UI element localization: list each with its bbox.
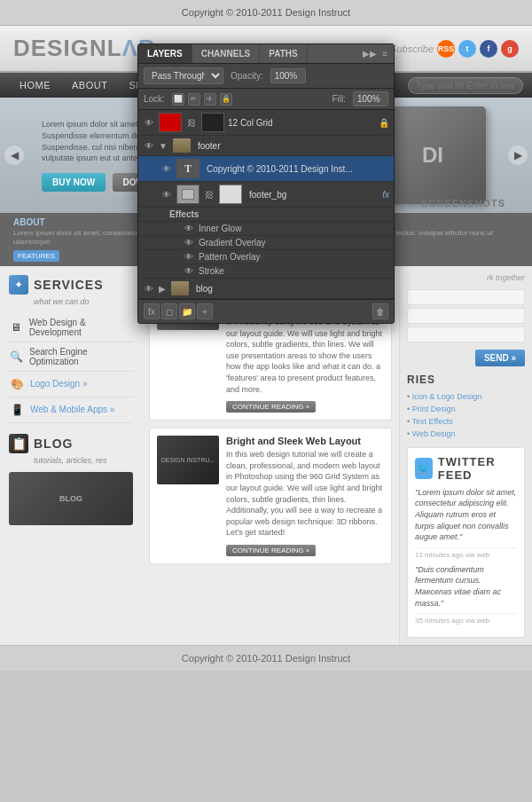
- lock-position-btn[interactable]: ✏: [188, 93, 200, 106]
- layer-footer-folder[interactable]: 👁 ▼ footer: [138, 136, 394, 156]
- panel-options-icon[interactable]: ≡: [380, 47, 389, 60]
- nav-home[interactable]: HOME: [9, 73, 61, 98]
- tab-channels[interactable]: CHANNELS: [192, 44, 261, 63]
- layer-eye-12col[interactable]: 👁: [143, 118, 155, 128]
- delete-layer-btn[interactable]: 🗑: [372, 303, 388, 319]
- hero-next-btn[interactable]: ▶: [508, 145, 528, 165]
- layer-name-blog: blog: [196, 284, 389, 294]
- search-input[interactable]: [408, 77, 523, 94]
- effect-eye-inner-glow[interactable]: 👁: [183, 224, 195, 233]
- services-subtitle: what we can do: [9, 297, 133, 306]
- layer-name-12col: 12 Col Grid: [228, 118, 372, 128]
- layer-12-col-grid[interactable]: 👁 ⛓ 12 Col Grid 🔒: [138, 110, 394, 136]
- effect-name-gradient: Gradient Overlay: [199, 238, 266, 248]
- blog-body-2: Bright and Sleek Web Layout In this web …: [226, 436, 384, 556]
- contact-input-3[interactable]: [407, 326, 525, 342]
- hero-prev-btn[interactable]: ◀: [4, 145, 24, 165]
- lock-move-btn[interactable]: ✛: [204, 93, 216, 106]
- lock-all-btn[interactable]: 🔒: [220, 93, 232, 106]
- facebook-icon[interactable]: f: [480, 40, 497, 58]
- buy-now-btn[interactable]: BUY NOW: [42, 173, 106, 192]
- twitter-bird-icon: 🐦: [415, 458, 433, 479]
- mobile-apps-link[interactable]: Web & Mobile Apps »: [30, 405, 114, 414]
- layer-eye-blog[interactable]: 👁: [143, 284, 155, 294]
- twitter-social-icon[interactable]: t: [458, 40, 476, 58]
- tab-paths[interactable]: PATHS: [260, 44, 307, 63]
- right-panel: rk together SEND » RIES Icon & Logo Desi…: [399, 266, 532, 645]
- layer-mask-12col: [201, 113, 224, 132]
- rss-icon[interactable]: RSS: [437, 40, 455, 58]
- cat-icon-logo: Icon & Logo Design: [407, 390, 525, 403]
- work-together-text: rk together: [407, 273, 525, 282]
- fill-label: Fill:: [332, 94, 346, 104]
- effect-name-pattern: Pattern Overlay: [199, 252, 260, 262]
- tab-layers[interactable]: LAYERS: [138, 44, 192, 63]
- hero-device-image: DI: [379, 106, 486, 204]
- logo-design-link[interactable]: Logo Design »: [30, 379, 88, 389]
- screenshots-label: SCREENSHOTS: [421, 198, 505, 208]
- services-icon: ✦: [9, 275, 28, 295]
- lock-pixels-btn[interactable]: ⬜: [172, 93, 184, 106]
- service-item-mobile: 📱 Web & Mobile Apps »: [9, 397, 133, 423]
- blog-section-left: 📋 BLOG tutorials, articles, res BLOG: [9, 434, 133, 525]
- add-style-btn[interactable]: fx: [144, 303, 160, 319]
- gplus-icon[interactable]: g: [501, 40, 519, 58]
- layer-footer-bg[interactable]: 👁 ⛓ footer_bg fx: [138, 182, 394, 208]
- fill-input[interactable]: [353, 91, 388, 106]
- tweet-2-time: 35 minutes ago via web: [415, 617, 517, 625]
- top-copyright-bar: Copyright © 2010-2011 Design Instruct: [0, 0, 532, 26]
- effect-name-stroke: Stroke: [199, 266, 224, 276]
- layer-eye-footer[interactable]: 👁: [143, 141, 155, 151]
- new-layer-btn[interactable]: +: [197, 303, 213, 319]
- effect-eye-stroke[interactable]: 👁: [183, 266, 195, 276]
- lock-icons: ⬜ ✏ ✛ 🔒: [172, 93, 232, 106]
- layer-lock-icon-12col: 🔒: [379, 118, 389, 128]
- layer-folder-icon-footer: [173, 138, 191, 153]
- logo-icon: 🎨: [9, 376, 25, 392]
- tweet-1: "Lorem ipsum dolor sit amet, consectetur…: [415, 487, 517, 548]
- layer-controls-row: Pass Through Normal Multiply Screen Opac…: [138, 64, 394, 89]
- layer-eye-copyright[interactable]: 👁: [160, 164, 173, 174]
- add-mask-btn[interactable]: ◻: [161, 303, 177, 319]
- read-more-btn-1[interactable]: CONTINUE READING »: [226, 401, 316, 413]
- twitter-feed-section: 🐦 TWITTER FEED "Lorem ipsum dolor sit am…: [407, 447, 525, 638]
- effect-gradient-overlay: 👁 Gradient Overlay: [138, 236, 394, 250]
- website-mockup: DESIGNLΛB Subscribe RSS t f g HOME ABOUT…: [0, 26, 532, 645]
- panel-menu-arrow[interactable]: ▶▶: [361, 47, 379, 60]
- subscribe-label: Subscribe: [390, 43, 434, 54]
- layer-expand-blog[interactable]: ▶: [159, 284, 166, 294]
- contact-input-2[interactable]: [407, 308, 525, 324]
- new-group-btn[interactable]: 📁: [179, 303, 195, 319]
- effect-eye-gradient[interactable]: 👁: [183, 238, 195, 248]
- left-column: ✦ SERVICES what we can do 🖥 Web Design &…: [0, 266, 142, 645]
- blog-header: 📋 BLOG: [9, 434, 133, 453]
- cat-text-effects: Text Effects: [407, 415, 525, 428]
- effect-eye-pattern[interactable]: 👁: [183, 252, 195, 262]
- panel-tab-icons: ▶▶ ≡: [356, 47, 394, 60]
- contact-input-1[interactable]: [407, 289, 525, 305]
- layer-copyright-text[interactable]: 👁 T Copyright © 2010-2011 Design Inst...: [138, 156, 394, 182]
- features-tag[interactable]: FEATURES: [13, 250, 59, 262]
- top-copyright-text: Copyright © 2010-2011 Design Instruct: [182, 7, 350, 18]
- layer-name-footer: footer: [198, 141, 389, 151]
- service-seo-name: Search Engine Optimization: [29, 347, 133, 366]
- layer-eye-footer-bg[interactable]: 👁: [160, 190, 173, 200]
- layer-thumb-footer-bg: [176, 185, 200, 204]
- nav-about[interactable]: ABOUT: [61, 73, 118, 98]
- blog-subtitle: tutorials, articles, res: [9, 456, 133, 465]
- service-item-web: 🖥 Web Design & Development: [9, 313, 133, 342]
- read-more-btn-2[interactable]: CONTINUE READING »: [226, 545, 316, 556]
- effect-name-inner-glow: Inner Glow: [199, 224, 241, 233]
- blend-mode-select[interactable]: Pass Through Normal Multiply Screen: [144, 67, 223, 84]
- layer-name-footer-bg: footer_bg: [249, 190, 379, 200]
- blog-post-title-2: Bright and Sleek Web Layout: [226, 436, 384, 446]
- layer-fx-footer-bg: fx: [382, 190, 389, 200]
- lock-row: Lock: ⬜ ✏ ✛ 🔒 Fill:: [138, 89, 394, 110]
- layer-list: 👁 ⛓ 12 Col Grid 🔒 👁 ▼ footer 👁 T Copyrig…: [138, 110, 394, 299]
- service-logo-name: Logo Design »: [30, 379, 88, 389]
- layer-blog-folder[interactable]: 👁 ▶ blog: [138, 279, 394, 299]
- layer-expand-footer[interactable]: ▼: [159, 141, 168, 151]
- opacity-input[interactable]: [270, 68, 306, 83]
- blog-title: BLOG: [34, 436, 73, 451]
- send-button[interactable]: SEND »: [475, 350, 525, 366]
